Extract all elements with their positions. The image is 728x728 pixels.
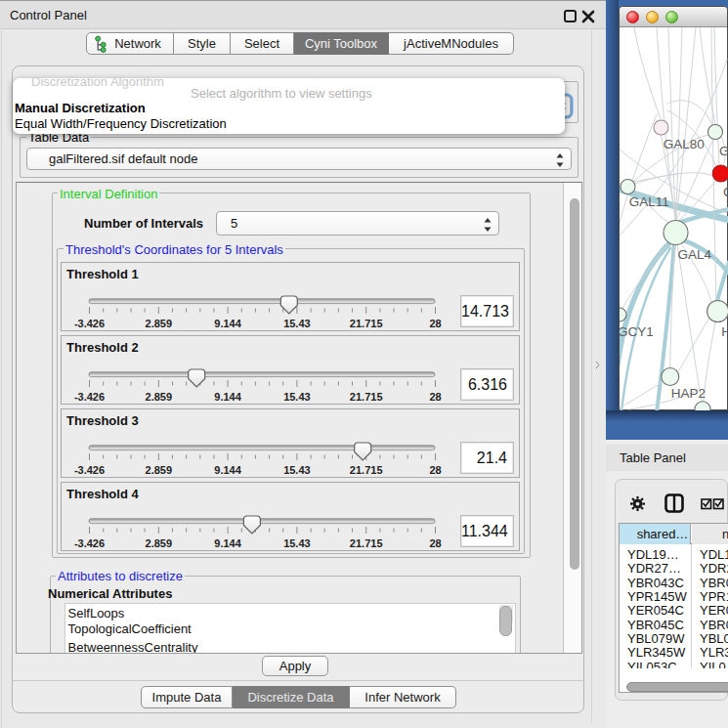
svg-text:15.43: 15.43 [283,464,311,476]
svg-text:GAL11: GAL11 [629,194,669,209]
svg-text:2.859: 2.859 [146,464,173,476]
svg-text:-3.426: -3.426 [74,391,105,403]
svg-text:HAP2: HAP2 [671,386,706,401]
svg-text:-3.426: -3.426 [74,464,105,476]
svg-text:H: H [721,324,728,339]
svg-text:28: 28 [429,391,441,403]
svg-text:-3.426: -3.426 [74,318,105,329]
svg-text:9.144: 9.144 [214,464,241,476]
svg-text:9.144: 9.144 [214,391,241,403]
svg-text:21.715: 21.715 [350,537,383,549]
svg-text:28: 28 [429,537,441,549]
svg-text:-3.426: -3.426 [74,537,105,549]
svg-text:15.43: 15.43 [283,318,311,329]
svg-text:21.715: 21.715 [350,391,383,403]
svg-text:GA: GA [719,144,728,158]
svg-text:9.144: 9.144 [214,318,241,329]
svg-text:CD: CD [723,185,728,199]
svg-text:15.43: 15.43 [283,537,311,549]
svg-text:21.715: 21.715 [350,318,383,329]
svg-text:28: 28 [429,318,441,329]
svg-text:21.715: 21.715 [350,464,383,476]
svg-text:9.144: 9.144 [214,537,241,549]
svg-text:GAL4: GAL4 [677,247,711,262]
svg-text:GAL80: GAL80 [664,137,705,151]
svg-text:GCY1: GCY1 [620,324,654,339]
svg-text:2.859: 2.859 [146,537,173,549]
svg-text:15.43: 15.43 [283,391,311,403]
svg-text:2.859: 2.859 [146,391,173,403]
svg-text:2.859: 2.859 [146,318,173,329]
svg-text:28: 28 [429,464,441,476]
